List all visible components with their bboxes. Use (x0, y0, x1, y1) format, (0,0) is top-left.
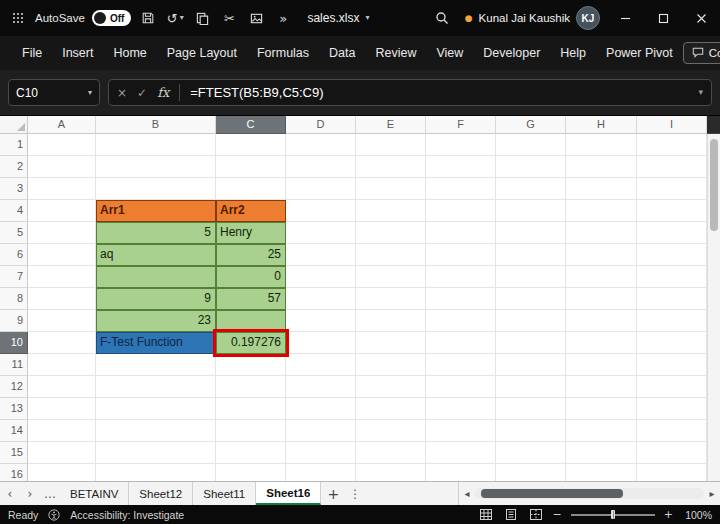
cell-H12[interactable] (566, 376, 637, 398)
zoom-out-icon[interactable]: − (553, 509, 562, 520)
column-header-A[interactable]: A (28, 116, 96, 134)
cell-B3[interactable] (96, 178, 216, 200)
sheet-nav-right-icon[interactable]: › (20, 482, 40, 505)
cell-H11[interactable] (566, 354, 637, 376)
row-header-11[interactable]: 11 (0, 354, 28, 376)
cell-F2[interactable] (426, 156, 496, 178)
cell-H4[interactable] (566, 200, 637, 222)
cell-F15[interactable] (426, 442, 496, 464)
cell-E1[interactable] (356, 134, 426, 156)
cell-H13[interactable] (566, 398, 637, 420)
cell-E15[interactable] (356, 442, 426, 464)
search-icon[interactable] (432, 8, 452, 28)
accessibility-icon[interactable] (48, 509, 60, 521)
cell-I4[interactable] (637, 200, 707, 222)
cell-B4[interactable]: Arr1 (96, 200, 216, 222)
column-header-C[interactable]: C (216, 116, 286, 134)
cell-H10[interactable] (566, 332, 637, 354)
ribbon-tab-view[interactable]: View (426, 36, 473, 70)
cell-F11[interactable] (426, 354, 496, 376)
row-header-14[interactable]: 14 (0, 420, 28, 442)
cell-D4[interactable] (286, 200, 356, 222)
cell-G9[interactable] (496, 310, 566, 332)
ribbon-tab-data[interactable]: Data (319, 36, 365, 70)
cell-B16[interactable] (96, 464, 216, 481)
cell-A3[interactable] (28, 178, 96, 200)
cell-G3[interactable] (496, 178, 566, 200)
cell-G5[interactable] (496, 222, 566, 244)
cell-B6[interactable]: aq (96, 244, 216, 266)
cell-F4[interactable] (426, 200, 496, 222)
cell-F10[interactable] (426, 332, 496, 354)
cell-I16[interactable] (637, 464, 707, 481)
column-header-I[interactable]: I (637, 116, 707, 134)
cell-G8[interactable] (496, 288, 566, 310)
row-header-6[interactable]: 6 (0, 244, 28, 266)
cell-D15[interactable] (286, 442, 356, 464)
horizontal-scroll-thumb[interactable] (481, 489, 623, 498)
cell-E9[interactable] (356, 310, 426, 332)
cell-C16[interactable] (216, 464, 286, 481)
cell-B10[interactable]: F-Test Function (96, 332, 216, 354)
close-button[interactable] (682, 0, 720, 36)
normal-view-icon[interactable] (478, 508, 494, 522)
page-break-view-icon[interactable] (528, 508, 544, 522)
user-account[interactable]: ● Kunal Jai Kaushik KJ (465, 0, 600, 36)
cell-F3[interactable] (426, 178, 496, 200)
save-icon[interactable] (138, 8, 158, 28)
cell-A11[interactable] (28, 354, 96, 376)
cell-E14[interactable] (356, 420, 426, 442)
cell-A14[interactable] (28, 420, 96, 442)
cell-G10[interactable] (496, 332, 566, 354)
sheet-tab-betainv[interactable]: BETAINV (60, 482, 129, 505)
cell-G14[interactable] (496, 420, 566, 442)
cell-A7[interactable] (28, 266, 96, 288)
cancel-icon[interactable]: × (117, 87, 127, 99)
more-sheets-icon[interactable]: … (40, 482, 60, 505)
horizontal-scroll-track[interactable] (475, 488, 704, 499)
row-header-16[interactable]: 16 (0, 464, 28, 481)
cell-C6[interactable]: 25 (216, 244, 286, 266)
cell-E8[interactable] (356, 288, 426, 310)
minimize-button[interactable] (606, 0, 644, 36)
cell-F13[interactable] (426, 398, 496, 420)
cell-B12[interactable] (96, 376, 216, 398)
ribbon-tab-page-layout[interactable]: Page Layout (157, 36, 247, 70)
cell-A4[interactable] (28, 200, 96, 222)
cell-H1[interactable] (566, 134, 637, 156)
sheet-tab-sheet12[interactable]: Sheet12 (129, 482, 193, 505)
cell-C4[interactable]: Arr2 (216, 200, 286, 222)
zoom-slider-thumb[interactable] (611, 510, 615, 519)
enter-icon[interactable]: ✓ (137, 87, 147, 99)
cell-F5[interactable] (426, 222, 496, 244)
cell-B11[interactable] (96, 354, 216, 376)
cell-G1[interactable] (496, 134, 566, 156)
app-launcher-icon[interactable] (8, 8, 28, 28)
autosave-toggle[interactable]: Off (92, 10, 131, 26)
sheet-nav-left-icon[interactable]: ‹ (0, 482, 20, 505)
cell-B1[interactable] (96, 134, 216, 156)
cell-A9[interactable] (28, 310, 96, 332)
cell-F6[interactable] (426, 244, 496, 266)
column-header-D[interactable]: D (286, 116, 356, 134)
cell-E11[interactable] (356, 354, 426, 376)
cell-E13[interactable] (356, 398, 426, 420)
page-layout-view-icon[interactable] (503, 508, 519, 522)
cell-E4[interactable] (356, 200, 426, 222)
cell-D16[interactable] (286, 464, 356, 481)
cell-B15[interactable] (96, 442, 216, 464)
cell-C14[interactable] (216, 420, 286, 442)
column-header-E[interactable]: E (356, 116, 426, 134)
cell-F1[interactable] (426, 134, 496, 156)
cell-E6[interactable] (356, 244, 426, 266)
cut-icon[interactable]: ✂ (219, 8, 239, 28)
cell-C10[interactable]: 0.197276 (216, 332, 286, 354)
cell-E2[interactable] (356, 156, 426, 178)
row-header-4[interactable]: 4 (0, 200, 28, 222)
cell-D11[interactable] (286, 354, 356, 376)
cell-E7[interactable] (356, 266, 426, 288)
column-header-B[interactable]: B (96, 116, 216, 134)
cell-G7[interactable] (496, 266, 566, 288)
ribbon-tab-review[interactable]: Review (365, 36, 426, 70)
horizontal-scrollbar[interactable]: ◂ ▸ (458, 482, 720, 505)
